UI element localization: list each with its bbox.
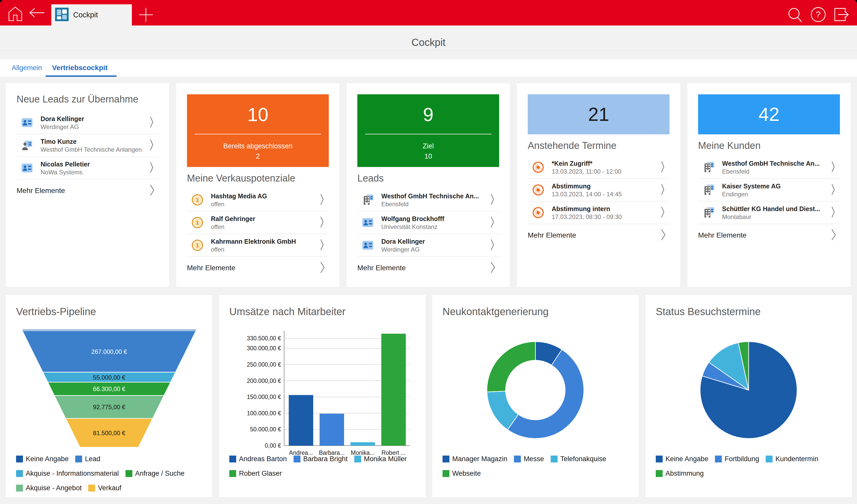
back-icon[interactable] xyxy=(29,0,46,25)
list-item[interactable]: Westhof GmbH Technische An... Ebensfeld xyxy=(698,156,840,179)
stat-card-1: Neue Leads zur Übernahme Dora Kellinger … xyxy=(6,83,169,287)
list-item-subtitle: Endingen xyxy=(722,190,830,198)
more-items-label: Mehr Elemente xyxy=(17,187,65,195)
tab-vertriebscockpit[interactable]: Vertriebscockpit xyxy=(52,59,107,75)
more-items-button[interactable]: Mehr Elemente xyxy=(698,224,840,246)
more-items-button[interactable]: Mehr Elemente xyxy=(528,224,670,246)
card-heading: Meine Kunden xyxy=(698,140,840,152)
legend-item: Verkauf xyxy=(88,483,121,493)
legend-swatch xyxy=(715,455,722,463)
chart-title: Neukontaktgenerierung xyxy=(442,305,628,318)
list-item-subtitle: offen xyxy=(211,201,319,208)
legend-swatch xyxy=(354,455,361,463)
bar[interactable] xyxy=(320,414,344,446)
y-axis-tick-label: 50.000,00 € xyxy=(250,426,281,433)
list-item[interactable]: Dora Kellinger Werdinger AG xyxy=(17,111,158,134)
top-bar: Cockpit ? xyxy=(0,0,857,25)
list-item-subtitle: Ebensfeld xyxy=(722,168,830,175)
list-item[interactable]: 1 Ralf Gehringer offen xyxy=(187,211,329,234)
bar[interactable] xyxy=(289,395,313,446)
stat-card-2: 10 Bereits abgeschlossen 2 Meine Verkaus… xyxy=(176,83,339,287)
list-item-title: Ralf Gehringer xyxy=(211,214,319,223)
kpi-tile[interactable]: 9 Ziel 10 xyxy=(357,94,499,167)
more-items-button[interactable]: Mehr Elemente xyxy=(357,257,499,279)
chevron-right-icon xyxy=(831,206,835,219)
list-item[interactable]: 1 Kahrmann Elektronik GmbH offen xyxy=(187,234,329,257)
funnel-value-label: 66.300,00 € xyxy=(93,385,125,392)
list-item-subtitle: Werdinger AG xyxy=(381,246,490,254)
bar[interactable] xyxy=(350,442,375,446)
legend-swatch xyxy=(229,455,236,463)
legend-item: Andreas Barton xyxy=(229,454,287,464)
list-item-title: Hashtag Media AG xyxy=(211,192,319,201)
active-app-tab[interactable]: Cockpit xyxy=(51,4,132,25)
list-item[interactable]: Westhof GmbH Technische An... Ebensfeld xyxy=(357,189,499,211)
kpi-tile[interactable]: 42 xyxy=(698,94,840,134)
kpi-tile[interactable]: 21 xyxy=(528,94,670,134)
card-heading: Neue Leads zur Übernahme xyxy=(17,93,158,105)
list-item[interactable]: 1 Hashtag Media AG offen xyxy=(187,189,329,211)
logout-icon[interactable] xyxy=(834,0,850,25)
chevron-right-icon xyxy=(831,229,836,242)
add-tab-icon[interactable] xyxy=(138,0,154,25)
legend-swatch xyxy=(442,455,450,463)
app-tab-label: Cockpit xyxy=(73,11,98,19)
legend-label: Webseite xyxy=(452,469,481,478)
legend-swatch xyxy=(656,455,662,463)
list-item-subtitle: offen xyxy=(211,223,319,231)
more-items-label: Mehr Elemente xyxy=(357,264,406,272)
kpi-tile[interactable]: 10 Bereits abgeschlossen 2 xyxy=(187,94,329,167)
chart-legend: Keine AngabeFortbildungKundenterminAbsti… xyxy=(656,454,842,478)
chart-legend: Manager MagazinMesseTelefonakquiseWebsei… xyxy=(442,454,628,478)
list-item[interactable]: Schüttler KG Handel und Diest... Montaba… xyxy=(698,202,840,224)
legend-item: Telefonakquise xyxy=(551,454,606,464)
list-item-title: Kahrmann Elektronik GmbH xyxy=(211,237,319,246)
person-card-icon xyxy=(21,140,33,151)
legend-swatch xyxy=(514,455,521,463)
list-item-title: Westhof GmbH Technische An... xyxy=(381,192,490,201)
help-icon[interactable]: ? xyxy=(810,0,826,25)
list-item-title: Dora Kellinger xyxy=(40,115,149,123)
contact-card-icon xyxy=(21,162,33,174)
list-item-title: Kaiser Systeme AG xyxy=(722,182,830,190)
kpi-subvalue: 2 xyxy=(256,151,260,161)
legend-label: Telefonakquise xyxy=(560,454,606,464)
list-item[interactable]: Kaiser Systeme AG Endingen xyxy=(698,179,840,202)
legend-item: Akquise - Informationsmaterial xyxy=(16,469,119,478)
chart-plot[interactable]: 0,00 €50.000,00 €100.000,00 €150.000,00 … xyxy=(229,327,415,470)
funnel-value-label: 92.775,00 € xyxy=(93,403,125,411)
list-item[interactable]: Timo Kunze Westhof GmbH Technische Anlan… xyxy=(17,134,158,157)
bar[interactable] xyxy=(381,334,406,446)
chart-plot[interactable] xyxy=(656,327,842,470)
svg-text:?: ? xyxy=(816,10,821,19)
chevron-right-icon xyxy=(490,262,495,274)
chevron-right-icon xyxy=(490,193,494,206)
list-item[interactable]: Abstimmung 13.03.2023, 14:00 - 14:45 xyxy=(528,179,670,202)
legend-swatch xyxy=(551,455,558,463)
list-item-subtitle: Werdinger AG xyxy=(40,123,149,131)
list-item[interactable]: Dora Kellinger Werdinger AG xyxy=(357,234,499,257)
chevron-right-icon xyxy=(490,216,494,229)
chart-title: Vertriebs-Pipeline xyxy=(16,305,202,318)
legend-label: Keine Angabe xyxy=(666,454,708,464)
legend-item: Manager Magazin xyxy=(442,454,507,464)
page-title: Cockpit xyxy=(0,25,857,48)
list-item-title: Westhof GmbH Technische An... xyxy=(722,159,830,168)
list-item[interactable]: *Kein Zugriff* 13.03.2023, 11:00 - 12:00 xyxy=(528,156,670,179)
tab-allgemein[interactable]: Allgemein xyxy=(12,59,42,75)
list-item[interactable]: Abstimmung intern 17.03.2023, 08:30 - 09… xyxy=(528,202,670,224)
chevron-right-icon xyxy=(320,216,324,229)
search-icon[interactable] xyxy=(788,0,803,25)
list-item[interactable]: Wolfgang Brockhofff Universität Konstanz xyxy=(357,211,499,234)
chevron-right-icon xyxy=(150,139,154,152)
app-window: Cockpit ? Cockpit Allgemein Vertriebscoc… xyxy=(0,0,857,504)
list-item-title: Timo Kunze xyxy=(40,137,149,146)
home-icon[interactable] xyxy=(7,0,23,25)
chart-plot[interactable] xyxy=(442,327,628,470)
chevron-right-icon xyxy=(320,262,325,274)
kpi-number: 42 xyxy=(758,105,779,124)
more-items-button[interactable]: Mehr Elemente xyxy=(187,257,329,279)
list-item[interactable]: Nicolas Pelletier NoWa Systems xyxy=(17,157,158,179)
more-items-button[interactable]: Mehr Elemente xyxy=(17,179,158,202)
chart-plot[interactable]: 267.000,00 €55.000,00 €66.300,00 €92.775… xyxy=(16,327,202,470)
